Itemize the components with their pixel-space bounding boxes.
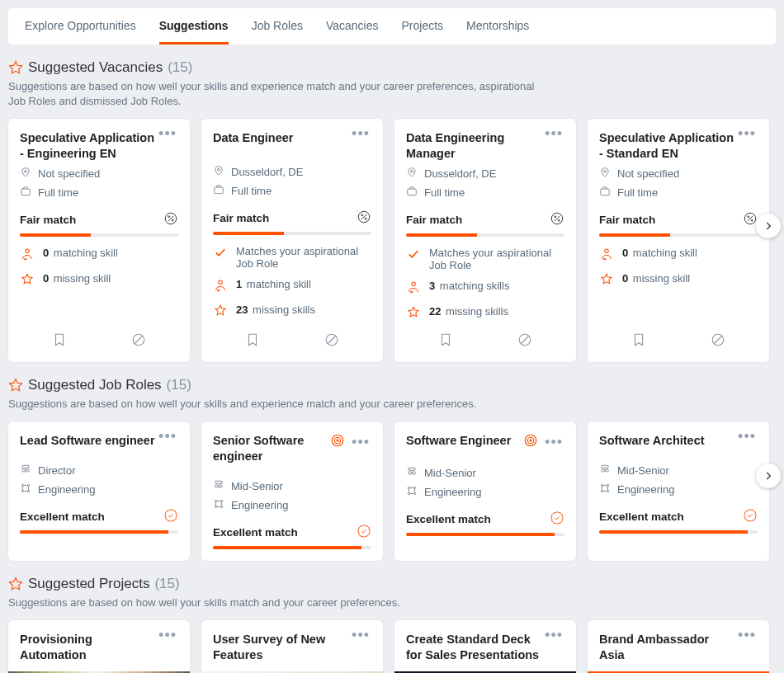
svg-point-26 xyxy=(605,249,609,253)
location-icon xyxy=(406,167,418,181)
projects-count: (15) xyxy=(154,576,179,592)
dismiss-button[interactable] xyxy=(324,332,339,351)
vacancy-location: Not specified xyxy=(599,167,758,181)
more-button[interactable]: ••• xyxy=(350,439,371,445)
match-row: Excellent match xyxy=(406,511,564,528)
projects-section-header: Suggested Projects (15) Suggestions are … xyxy=(8,576,776,610)
target-icon xyxy=(523,433,538,451)
tab-vacancies[interactable]: Vacancies xyxy=(326,8,379,45)
role-card[interactable]: Senior Software engineer ••• Mid-Senior … xyxy=(201,421,383,561)
more-button[interactable]: ••• xyxy=(350,130,371,137)
more-button[interactable]: ••• xyxy=(543,130,564,137)
dismiss-button[interactable] xyxy=(517,332,532,351)
more-button[interactable]: ••• xyxy=(543,439,564,445)
bookmark-button[interactable] xyxy=(52,332,67,351)
role-card[interactable]: Software Architect ••• Mid-Senior Engine… xyxy=(588,421,769,561)
role-card[interactable]: Lead Software engineer ••• Director Engi… xyxy=(8,421,190,561)
vacancies-subtitle: Suggestions are based on how well your s… xyxy=(8,79,545,109)
more-button[interactable]: ••• xyxy=(157,433,178,440)
svg-point-60 xyxy=(607,484,608,486)
project-card[interactable]: Create Standard Deck for Sales Presentat… xyxy=(394,620,576,673)
svg-point-3 xyxy=(168,216,170,218)
role-dept: Engineering xyxy=(406,485,564,499)
svg-point-44 xyxy=(220,506,222,507)
svg-point-12 xyxy=(219,280,223,285)
tab-suggestions[interactable]: Suggestions xyxy=(159,8,229,45)
project-title: User Survey of New Features xyxy=(213,632,350,663)
level-icon xyxy=(406,466,418,480)
vacancies-section-header: Suggested Vacancies (15) Suggestions are… xyxy=(8,59,776,109)
tab-job-roles[interactable]: Job Roles xyxy=(252,8,303,45)
more-button[interactable]: ••• xyxy=(350,632,371,638)
more-button[interactable]: ••• xyxy=(157,130,178,137)
vacancy-card[interactable]: Data Engineering Manager ••• Dusseldorf,… xyxy=(394,119,576,362)
aspirational-match-line: Matches your aspirational Job Role xyxy=(406,247,564,271)
svg-rect-15 xyxy=(408,189,417,195)
svg-point-4 xyxy=(172,219,173,221)
vacancy-type: Full time xyxy=(599,186,758,200)
match-row: Excellent match xyxy=(599,508,758,525)
svg-point-51 xyxy=(408,487,409,489)
dismiss-button[interactable] xyxy=(711,332,725,351)
match-row: Fair match xyxy=(406,211,564,228)
vacancy-type: Full time xyxy=(213,184,371,198)
vacancy-card[interactable]: Data Engineer ••• Dusseldorf, DE Full ti… xyxy=(201,119,383,362)
more-button[interactable]: ••• xyxy=(543,632,564,638)
vacancies-next-button[interactable] xyxy=(756,214,781,238)
projects-carousel: Provisioning Automation ••• User Survey … xyxy=(8,620,776,673)
star-icon xyxy=(213,304,228,321)
tab-mentorships[interactable]: Mentorships xyxy=(466,8,529,45)
matching-skills-line: 1 matching skill xyxy=(213,278,371,295)
projects-subtitle: Suggestions are based on how well your s… xyxy=(8,595,545,610)
svg-point-33 xyxy=(27,484,29,486)
match-progress xyxy=(20,530,178,534)
roles-section-header: Suggested Job Roles (15) Suggestions are… xyxy=(8,377,776,412)
bookmark-button[interactable] xyxy=(245,332,260,351)
svg-point-34 xyxy=(27,490,29,492)
svg-point-7 xyxy=(218,169,220,172)
role-card[interactable]: Software Engineer ••• Mid-Senior Enginee… xyxy=(394,421,576,561)
more-button[interactable]: ••• xyxy=(736,130,758,137)
svg-rect-30 xyxy=(26,469,29,472)
roles-next-button[interactable] xyxy=(756,464,781,488)
vacancy-card[interactable]: Speculative Application - Engineering EN… xyxy=(8,119,190,362)
svg-point-47 xyxy=(530,440,531,441)
project-card[interactable]: User Survey of New Features ••• xyxy=(201,620,383,673)
bookmark-button[interactable] xyxy=(438,332,453,351)
svg-point-52 xyxy=(408,493,409,495)
level-icon xyxy=(20,464,31,478)
location-icon xyxy=(20,167,31,181)
svg-point-54 xyxy=(413,493,415,495)
project-card[interactable]: Provisioning Automation ••• xyxy=(8,620,190,673)
svg-rect-56 xyxy=(602,469,605,472)
briefcase-icon xyxy=(406,186,418,200)
svg-point-19 xyxy=(412,282,416,286)
vacancy-location: Dusseldorf, DE xyxy=(406,167,564,181)
role-title: Software Engineer xyxy=(406,433,511,449)
chevron-right-icon xyxy=(763,220,774,232)
level-icon xyxy=(599,464,611,478)
svg-point-42 xyxy=(215,506,216,507)
svg-point-45 xyxy=(525,435,536,447)
roles-count: (15) xyxy=(167,377,191,393)
briefcase-icon xyxy=(599,186,611,200)
tab-projects[interactable]: Projects xyxy=(401,8,443,45)
tab-explore[interactable]: Explore Opportunities xyxy=(25,8,136,45)
vacancy-card[interactable]: Speculative Application - Standard EN ••… xyxy=(588,119,769,362)
svg-point-41 xyxy=(215,500,216,501)
more-button[interactable]: ••• xyxy=(736,632,758,638)
match-progress xyxy=(20,233,178,237)
role-title: Software Architect xyxy=(599,433,705,449)
bookmark-button[interactable] xyxy=(631,332,646,351)
vacancy-title: Speculative Application - Standard EN xyxy=(599,130,736,162)
percent-icon xyxy=(357,209,371,227)
more-button[interactable]: ••• xyxy=(157,632,178,638)
dismiss-button[interactable] xyxy=(131,332,146,351)
more-button[interactable]: ••• xyxy=(736,433,758,440)
project-card[interactable]: Brand Ambassador Asia ••• xyxy=(588,620,769,673)
svg-rect-57 xyxy=(606,469,609,472)
svg-point-36 xyxy=(334,438,341,445)
vacancy-type: Full time xyxy=(20,186,178,200)
svg-point-14 xyxy=(411,170,413,172)
tab-bar: Explore Opportunities Suggestions Job Ro… xyxy=(8,8,776,45)
